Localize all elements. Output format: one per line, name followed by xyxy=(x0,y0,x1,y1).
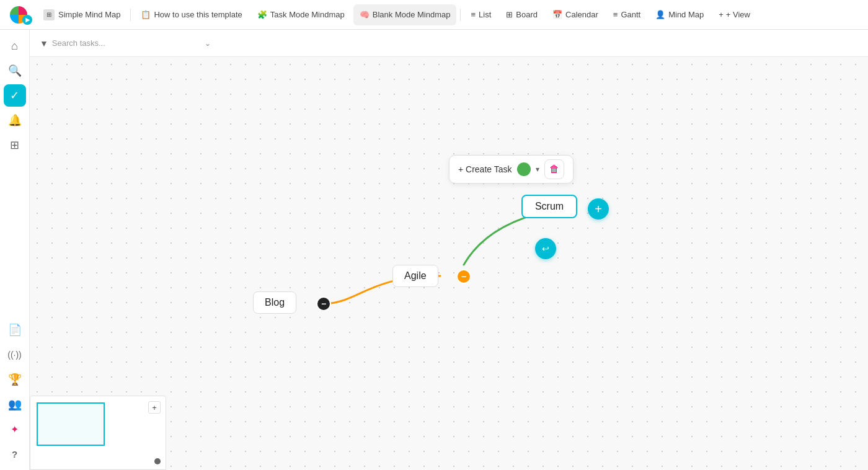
add-view-label: + View xyxy=(726,10,750,19)
node-blog[interactable]: Blog xyxy=(253,291,296,314)
minus-icon: − xyxy=(461,272,466,282)
logo-arrow-icon: ▶ xyxy=(22,15,32,25)
calendar-icon: 📅 xyxy=(552,10,562,19)
node-scrum-label: Scrum xyxy=(535,201,564,211)
main-layout: ⌂ 🔍 ✓ 🔔 ⊞ 📄 ((·)) 🏆 👥 ✦ ? xyxy=(0,30,868,470)
top-navigation: ▶ ⊞ Simple Mind Map 📋 How to use this te… xyxy=(0,0,868,30)
tab-gantt-label: Gantt xyxy=(621,10,640,19)
back-icon: ↩ xyxy=(542,244,549,254)
app-logo[interactable]: ▶ xyxy=(5,5,32,25)
search-icon: 🔍 xyxy=(8,64,22,78)
dashboards-icon: ⊞ xyxy=(10,138,19,152)
help-icon: ? xyxy=(12,449,17,459)
tab-mind-map-label: Mind Map xyxy=(668,10,704,19)
mini-map-zoom-in[interactable]: + xyxy=(148,401,161,414)
people-icon: 👥 xyxy=(8,397,22,411)
list-icon: ≡ xyxy=(471,10,476,19)
plus-icon: + xyxy=(719,10,724,19)
home-icon: ⌂ xyxy=(11,40,18,53)
trash-icon: 🗑 xyxy=(549,164,559,175)
tab-blank-mode-label: Blank Mode Mindmap xyxy=(373,10,451,19)
search-tasks-placeholder: Search tasks... xyxy=(52,38,105,48)
tab-gantt[interactable]: ≡ Gantt xyxy=(607,4,647,25)
sidebar-item-docs[interactable]: 📄 xyxy=(4,319,26,341)
app-name-label: Simple Mind Map xyxy=(58,10,120,19)
docs-icon: 📄 xyxy=(8,323,22,337)
tab-how-to-use-icon: 📋 xyxy=(141,10,151,19)
app-name-icon: ⊞ xyxy=(43,9,55,20)
mindmap-canvas[interactable]: + Create Task ▾ 🗑 Scrum + ↩ Agile xyxy=(30,57,868,470)
tab-board-label: Board xyxy=(516,10,538,19)
create-task-bar: + Create Task ▾ 🗑 xyxy=(449,155,574,184)
minus-icon: − xyxy=(321,299,326,309)
sidebar-item-tasks[interactable]: ✓ xyxy=(4,84,26,107)
gantt-icon: ≡ xyxy=(613,10,618,19)
delete-button[interactable]: 🗑 xyxy=(544,159,564,179)
content-area: ▼ Search tasks... ⌄ + Create Task ▾ 🗑 xyxy=(30,30,868,470)
node-agile[interactable]: Agile xyxy=(392,265,438,287)
sidebar-item-help[interactable]: ? xyxy=(4,443,26,465)
mini-map-zoom-dot[interactable] xyxy=(154,458,161,464)
tab-calendar[interactable]: 📅 Calendar xyxy=(546,4,604,25)
collapse-agile-button[interactable]: − xyxy=(456,269,471,284)
goals-icon: 🏆 xyxy=(8,373,22,386)
mini-map-viewport xyxy=(37,402,105,446)
mind-map-nav-icon: 👤 xyxy=(655,10,665,19)
tab-mind-map[interactable]: 👤 Mind Map xyxy=(649,4,710,25)
sidebar: ⌂ 🔍 ✓ 🔔 ⊞ 📄 ((·)) 🏆 👥 ✦ ? xyxy=(0,30,30,470)
sidebar-item-goals[interactable]: 🏆 xyxy=(4,368,26,391)
tab-blank-mode-icon: 🧠 xyxy=(360,10,370,19)
add-child-button[interactable]: + xyxy=(588,198,609,219)
nav-divider-1 xyxy=(130,9,131,21)
tab-list[interactable]: ≡ List xyxy=(464,4,497,25)
nav-divider-2 xyxy=(460,9,461,21)
node-agile-label: Agile xyxy=(404,270,427,281)
tab-calendar-label: Calendar xyxy=(565,10,598,19)
tab-task-mode-label: Task Mode Mindmap xyxy=(270,10,345,19)
tab-task-mode[interactable]: 🧩 Task Mode Mindmap xyxy=(251,4,351,25)
toolbar: ▼ Search tasks... ⌄ xyxy=(30,30,868,57)
sidebar-item-dashboards[interactable]: ⊞ xyxy=(4,134,26,156)
collapse-blog-button[interactable]: − xyxy=(316,296,331,311)
tab-list-label: List xyxy=(479,10,491,19)
app-name-tab[interactable]: ⊞ Simple Mind Map xyxy=(37,4,126,25)
notifications-icon: 🔔 xyxy=(8,113,22,127)
tasks-icon: ✓ xyxy=(10,89,19,102)
mini-map: + xyxy=(30,396,166,470)
create-task-button[interactable]: + Create Task xyxy=(458,164,512,174)
tab-how-to-use-label: How to use this template xyxy=(154,10,242,19)
node-blog-label: Blog xyxy=(265,297,285,308)
tab-blank-mode[interactable]: 🧠 Blank Mode Mindmap xyxy=(353,4,457,25)
plus-icon: + xyxy=(595,202,602,216)
filter-chevron-icon: ⌄ xyxy=(205,39,211,48)
add-view-button[interactable]: + + View xyxy=(712,7,756,22)
tab-board[interactable]: ⊞ Board xyxy=(500,4,544,25)
board-icon: ⊞ xyxy=(506,10,513,19)
mini-map-inner xyxy=(30,396,166,469)
back-button[interactable]: ↩ xyxy=(535,238,556,259)
sidebar-item-people[interactable]: 👥 xyxy=(4,393,26,415)
ai-icon: ✦ xyxy=(11,423,19,435)
sidebar-item-home[interactable]: ⌂ xyxy=(4,35,26,57)
search-tasks-input[interactable]: Search tasks... xyxy=(52,38,201,48)
pulse-icon: ((·)) xyxy=(7,350,22,360)
filter-icon: ▼ xyxy=(40,38,48,48)
tab-how-to-use[interactable]: 📋 How to use this template xyxy=(135,4,248,25)
sidebar-item-search[interactable]: 🔍 xyxy=(4,60,26,82)
node-scrum[interactable]: Scrum xyxy=(521,195,577,218)
sidebar-item-pulse[interactable]: ((·)) xyxy=(4,344,26,366)
dropdown-arrow-icon[interactable]: ▾ xyxy=(536,165,539,174)
sidebar-item-notifications[interactable]: 🔔 xyxy=(4,109,26,131)
sidebar-item-ai[interactable]: ✦ xyxy=(4,418,26,440)
tab-task-mode-icon: 🧩 xyxy=(257,10,267,19)
mini-map-controls: + xyxy=(148,401,161,414)
status-dot[interactable] xyxy=(517,162,531,176)
